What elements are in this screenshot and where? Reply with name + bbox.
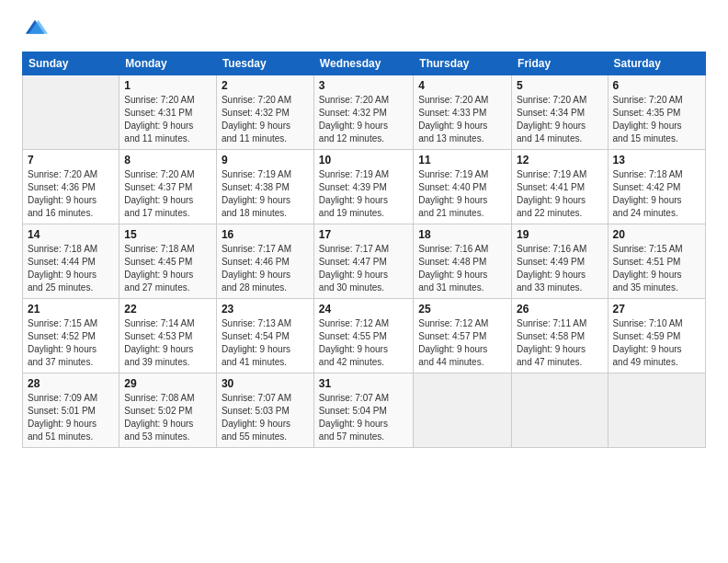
header-cell-tuesday: Tuesday bbox=[216, 52, 313, 75]
day-info: Sunrise: 7:20 AM Sunset: 4:37 PM Dayligh… bbox=[124, 168, 211, 220]
day-cell: 25Sunrise: 7:12 AM Sunset: 4:57 PM Dayli… bbox=[414, 299, 512, 373]
day-number: 23 bbox=[222, 303, 309, 316]
day-info: Sunrise: 7:19 AM Sunset: 4:38 PM Dayligh… bbox=[222, 168, 309, 220]
day-cell: 11Sunrise: 7:19 AM Sunset: 4:40 PM Dayli… bbox=[414, 150, 512, 224]
day-cell: 13Sunrise: 7:18 AM Sunset: 4:42 PM Dayli… bbox=[608, 150, 705, 224]
day-info: Sunrise: 7:18 AM Sunset: 4:44 PM Dayligh… bbox=[28, 243, 114, 294]
day-cell: 8Sunrise: 7:20 AM Sunset: 4:37 PM Daylig… bbox=[119, 150, 217, 224]
day-cell: 23Sunrise: 7:13 AM Sunset: 4:54 PM Dayli… bbox=[216, 299, 313, 373]
day-info: Sunrise: 7:17 AM Sunset: 4:46 PM Dayligh… bbox=[222, 243, 309, 294]
day-info: Sunrise: 7:13 AM Sunset: 4:54 PM Dayligh… bbox=[222, 317, 309, 369]
header-cell-saturday: Saturday bbox=[608, 52, 705, 75]
day-cell: 7Sunrise: 7:20 AM Sunset: 4:36 PM Daylig… bbox=[23, 150, 119, 224]
day-number: 9 bbox=[222, 154, 309, 167]
day-number: 12 bbox=[517, 154, 602, 167]
day-info: Sunrise: 7:11 AM Sunset: 4:58 PM Dayligh… bbox=[517, 317, 602, 369]
day-cell: 4Sunrise: 7:20 AM Sunset: 4:33 PM Daylig… bbox=[414, 75, 512, 150]
day-info: Sunrise: 7:20 AM Sunset: 4:32 PM Dayligh… bbox=[222, 94, 309, 145]
day-cell bbox=[608, 373, 705, 448]
day-info: Sunrise: 7:09 AM Sunset: 5:01 PM Dayligh… bbox=[28, 392, 114, 443]
week-row-2: 7Sunrise: 7:20 AM Sunset: 4:36 PM Daylig… bbox=[23, 150, 706, 224]
header-cell-monday: Monday bbox=[119, 52, 217, 75]
day-number: 15 bbox=[124, 228, 211, 241]
day-cell: 1Sunrise: 7:20 AM Sunset: 4:31 PM Daylig… bbox=[119, 75, 217, 150]
day-cell bbox=[23, 75, 119, 150]
day-info: Sunrise: 7:16 AM Sunset: 4:49 PM Dayligh… bbox=[517, 243, 602, 294]
day-number: 10 bbox=[319, 154, 408, 167]
day-number: 18 bbox=[418, 228, 506, 241]
day-number: 24 bbox=[319, 303, 408, 316]
day-info: Sunrise: 7:07 AM Sunset: 5:04 PM Dayligh… bbox=[319, 392, 408, 443]
logo bbox=[22, 17, 51, 42]
day-cell: 9Sunrise: 7:19 AM Sunset: 4:38 PM Daylig… bbox=[216, 150, 313, 224]
calendar-body: 1Sunrise: 7:20 AM Sunset: 4:31 PM Daylig… bbox=[23, 75, 706, 448]
day-number: 22 bbox=[124, 303, 211, 316]
day-info: Sunrise: 7:20 AM Sunset: 4:31 PM Dayligh… bbox=[124, 94, 211, 145]
day-cell: 12Sunrise: 7:19 AM Sunset: 4:41 PM Dayli… bbox=[512, 150, 608, 224]
day-number: 21 bbox=[28, 303, 114, 316]
day-info: Sunrise: 7:15 AM Sunset: 4:51 PM Dayligh… bbox=[613, 243, 700, 294]
day-cell: 30Sunrise: 7:07 AM Sunset: 5:03 PM Dayli… bbox=[216, 373, 313, 448]
day-cell: 18Sunrise: 7:16 AM Sunset: 4:48 PM Dayli… bbox=[414, 224, 512, 299]
day-number: 1 bbox=[124, 79, 211, 92]
day-number: 13 bbox=[613, 154, 700, 167]
week-row-3: 14Sunrise: 7:18 AM Sunset: 4:44 PM Dayli… bbox=[23, 224, 706, 299]
day-info: Sunrise: 7:12 AM Sunset: 4:57 PM Dayligh… bbox=[418, 317, 506, 369]
week-row-5: 28Sunrise: 7:09 AM Sunset: 5:01 PM Dayli… bbox=[23, 373, 706, 448]
page: SundayMondayTuesdayWednesdayThursdayFrid… bbox=[0, 0, 728, 563]
day-cell: 29Sunrise: 7:08 AM Sunset: 5:02 PM Dayli… bbox=[119, 373, 217, 448]
day-cell: 21Sunrise: 7:15 AM Sunset: 4:52 PM Dayli… bbox=[23, 299, 119, 373]
day-info: Sunrise: 7:12 AM Sunset: 4:55 PM Dayligh… bbox=[319, 317, 408, 369]
day-cell: 16Sunrise: 7:17 AM Sunset: 4:46 PM Dayli… bbox=[216, 224, 313, 299]
day-info: Sunrise: 7:20 AM Sunset: 4:35 PM Dayligh… bbox=[613, 94, 700, 145]
day-cell: 15Sunrise: 7:18 AM Sunset: 4:45 PM Dayli… bbox=[119, 224, 217, 299]
day-info: Sunrise: 7:14 AM Sunset: 4:53 PM Dayligh… bbox=[124, 317, 211, 369]
day-number: 20 bbox=[613, 228, 700, 241]
day-number: 28 bbox=[28, 377, 114, 390]
day-number: 16 bbox=[222, 228, 309, 241]
day-number: 27 bbox=[613, 303, 700, 316]
day-cell: 3Sunrise: 7:20 AM Sunset: 4:32 PM Daylig… bbox=[313, 75, 413, 150]
header-cell-thursday: Thursday bbox=[414, 52, 512, 75]
day-number: 31 bbox=[319, 377, 408, 390]
day-number: 25 bbox=[418, 303, 506, 316]
day-cell: 2Sunrise: 7:20 AM Sunset: 4:32 PM Daylig… bbox=[216, 75, 313, 150]
day-cell: 24Sunrise: 7:12 AM Sunset: 4:55 PM Dayli… bbox=[313, 299, 413, 373]
day-number: 2 bbox=[222, 79, 309, 92]
day-info: Sunrise: 7:20 AM Sunset: 4:34 PM Dayligh… bbox=[517, 94, 602, 145]
day-number: 4 bbox=[418, 79, 506, 92]
day-info: Sunrise: 7:07 AM Sunset: 5:03 PM Dayligh… bbox=[222, 392, 309, 443]
week-row-4: 21Sunrise: 7:15 AM Sunset: 4:52 PM Dayli… bbox=[23, 299, 706, 373]
calendar-header: SundayMondayTuesdayWednesdayThursdayFrid… bbox=[23, 52, 706, 75]
day-cell: 17Sunrise: 7:17 AM Sunset: 4:47 PM Dayli… bbox=[313, 224, 413, 299]
day-number: 7 bbox=[28, 154, 114, 167]
day-cell: 26Sunrise: 7:11 AM Sunset: 4:58 PM Dayli… bbox=[512, 299, 608, 373]
day-cell: 19Sunrise: 7:16 AM Sunset: 4:49 PM Dayli… bbox=[512, 224, 608, 299]
day-info: Sunrise: 7:15 AM Sunset: 4:52 PM Dayligh… bbox=[28, 317, 114, 369]
day-number: 26 bbox=[517, 303, 602, 316]
day-info: Sunrise: 7:16 AM Sunset: 4:48 PM Dayligh… bbox=[418, 243, 506, 294]
day-info: Sunrise: 7:18 AM Sunset: 4:42 PM Dayligh… bbox=[613, 168, 700, 220]
day-cell: 10Sunrise: 7:19 AM Sunset: 4:39 PM Dayli… bbox=[313, 150, 413, 224]
day-cell: 14Sunrise: 7:18 AM Sunset: 4:44 PM Dayli… bbox=[23, 224, 119, 299]
header-cell-friday: Friday bbox=[512, 52, 608, 75]
day-cell bbox=[512, 373, 608, 448]
day-info: Sunrise: 7:20 AM Sunset: 4:36 PM Dayligh… bbox=[28, 168, 114, 220]
header-cell-sunday: Sunday bbox=[23, 52, 119, 75]
day-cell: 5Sunrise: 7:20 AM Sunset: 4:34 PM Daylig… bbox=[512, 75, 608, 150]
day-cell: 20Sunrise: 7:15 AM Sunset: 4:51 PM Dayli… bbox=[608, 224, 705, 299]
day-cell: 27Sunrise: 7:10 AM Sunset: 4:59 PM Dayli… bbox=[608, 299, 705, 373]
day-number: 3 bbox=[319, 79, 408, 92]
calendar: SundayMondayTuesdayWednesdayThursdayFrid… bbox=[22, 52, 706, 448]
day-number: 6 bbox=[613, 79, 700, 92]
day-info: Sunrise: 7:19 AM Sunset: 4:41 PM Dayligh… bbox=[517, 168, 602, 220]
day-info: Sunrise: 7:17 AM Sunset: 4:47 PM Dayligh… bbox=[319, 243, 408, 294]
day-info: Sunrise: 7:20 AM Sunset: 4:32 PM Dayligh… bbox=[319, 94, 408, 145]
header-cell-wednesday: Wednesday bbox=[313, 52, 413, 75]
day-info: Sunrise: 7:20 AM Sunset: 4:33 PM Dayligh… bbox=[418, 94, 506, 145]
day-cell bbox=[414, 373, 512, 448]
day-cell: 28Sunrise: 7:09 AM Sunset: 5:01 PM Dayli… bbox=[23, 373, 119, 448]
week-row-1: 1Sunrise: 7:20 AM Sunset: 4:31 PM Daylig… bbox=[23, 75, 706, 150]
day-number: 19 bbox=[517, 228, 602, 241]
day-number: 11 bbox=[418, 154, 506, 167]
